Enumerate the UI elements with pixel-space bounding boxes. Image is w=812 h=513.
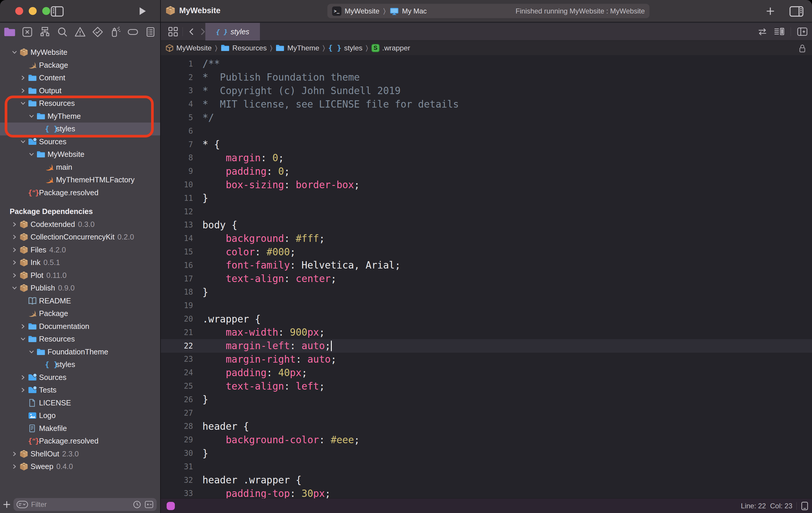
zoom-window-button[interactable]: [42, 7, 50, 15]
sidebar-item-sweep[interactable]: Sweep0.4.0: [0, 460, 160, 473]
sidebar-item-plot[interactable]: Plot0.11.0: [0, 269, 160, 282]
toggle-sidebar-icon[interactable]: [51, 6, 64, 17]
code-line-10[interactable]: 10 box-sizing: border-box;: [161, 178, 812, 191]
add-item-button[interactable]: [0, 500, 13, 509]
filter-scope-icon[interactable]: [144, 500, 154, 509]
sidebar-item-collectionconcurrencykit[interactable]: CollectionConcurrencyKit0.2.0: [0, 231, 160, 244]
chevron-right-icon[interactable]: [18, 75, 28, 81]
code-line-1[interactable]: 1/**: [161, 57, 812, 71]
chevron-down-icon[interactable]: [18, 100, 28, 107]
scheme-name[interactable]: MyWebsite: [345, 7, 379, 15]
tab-overview-icon[interactable]: [168, 26, 178, 37]
filter-menu-icon[interactable]: [17, 501, 28, 508]
minimize-window-button[interactable]: [29, 7, 37, 15]
code-line-29[interactable]: 29 background-color: #eee;: [161, 433, 812, 447]
sidebar-item-foundationtheme[interactable]: FoundationTheme: [0, 345, 160, 359]
sidebar-item-readme[interactable]: README: [0, 295, 160, 307]
code-line-5[interactable]: 5*/: [161, 111, 812, 124]
code-line-26[interactable]: 26}: [161, 393, 812, 406]
sidebar-item-ink[interactable]: Ink0.5.1: [0, 256, 160, 269]
sidebar-item-mywebsite[interactable]: MyWebsite: [0, 148, 160, 161]
code-line-23[interactable]: 23 margin-right: auto;: [161, 353, 812, 366]
chevron-right-icon[interactable]: [18, 374, 28, 381]
sidebar-item-resources[interactable]: Resources: [0, 333, 160, 345]
chevron-right-icon[interactable]: [10, 247, 19, 253]
sidebar-item-styles[interactable]: { }styles: [0, 123, 160, 135]
code-line-24[interactable]: 24 padding: 40px;: [161, 366, 812, 379]
code-line-12[interactable]: 12: [161, 205, 812, 218]
sidebar-item-sources[interactable]: Sources: [0, 135, 160, 148]
sidebar-item-publish[interactable]: Publish0.9.0: [0, 282, 160, 295]
sidebar-item-logo[interactable]: Logo: [0, 409, 160, 422]
run-destination[interactable]: My Mac: [402, 7, 427, 15]
project-navigator-icon[interactable]: [3, 26, 16, 38]
device-icon[interactable]: [801, 501, 809, 511]
code-line-2[interactable]: 2* Publish Foundation theme: [161, 71, 812, 84]
chevron-down-icon[interactable]: [10, 285, 19, 291]
code-line-21[interactable]: 21 max-width: 900px;: [161, 326, 812, 339]
code-line-31[interactable]: 31: [161, 460, 812, 474]
breakpoint-tag[interactable]: [167, 502, 175, 510]
source-editor[interactable]: 1/**2* Publish Foundation theme3* Copyri…: [161, 55, 812, 499]
editor-layout-icon[interactable]: [789, 6, 804, 17]
code-line-16[interactable]: 16 font-family: Helvetica, Arial;: [161, 259, 812, 272]
filter-input[interactable]: Filter: [13, 498, 157, 511]
code-line-11[interactable]: 11}: [161, 191, 812, 205]
breakpoint-navigator-icon[interactable]: [127, 26, 139, 38]
sidebar-item-documentation[interactable]: Documentation: [0, 320, 160, 333]
chevron-right-icon[interactable]: [10, 272, 19, 278]
chevron-down-icon[interactable]: [10, 49, 19, 55]
test-navigator-icon[interactable]: [91, 26, 104, 38]
sidebar-item-files[interactable]: Files4.2.0: [0, 244, 160, 256]
report-navigator-icon[interactable]: [144, 26, 157, 38]
code-line-9[interactable]: 9 padding: 0;: [161, 164, 812, 178]
breadcrumb-item--wrapper[interactable]: S.wrapper: [371, 44, 410, 52]
chevron-right-icon[interactable]: [10, 234, 19, 240]
sidebar-item-codextended[interactable]: Codextended0.3.0: [0, 218, 160, 231]
close-window-button[interactable]: [15, 7, 23, 15]
code-line-20[interactable]: 20.wrapper {: [161, 312, 812, 326]
sidebar-item-styles[interactable]: { }styles: [0, 358, 160, 371]
sidebar-item-tests[interactable]: Tests: [0, 384, 160, 397]
code-line-19[interactable]: 19: [161, 299, 812, 312]
sidebar-item-resources[interactable]: Resources: [0, 97, 160, 110]
code-line-3[interactable]: 3* Copyright (c) John Sundell 2019: [161, 84, 812, 98]
adjust-editor-options-icon[interactable]: [774, 27, 785, 37]
sidebar-item-package[interactable]: Package: [0, 307, 160, 320]
chevron-right-icon[interactable]: [10, 221, 19, 228]
go-back-icon[interactable]: [187, 27, 196, 36]
chevron-right-icon[interactable]: [10, 260, 19, 266]
sidebar-item-content[interactable]: Content: [0, 71, 160, 84]
sidebar-item-mytheme[interactable]: MyTheme: [0, 110, 160, 123]
sidebar-item-license[interactable]: LICENSE: [0, 397, 160, 410]
code-line-17[interactable]: 17 text-align: center;: [161, 272, 812, 285]
tab-styles[interactable]: { } styles: [205, 23, 260, 40]
chevron-down-icon[interactable]: [27, 113, 36, 119]
sidebar-item-sources[interactable]: Sources: [0, 371, 160, 384]
code-line-22[interactable]: 22 margin-left: auto;: [161, 339, 812, 353]
code-line-13[interactable]: 13body {: [161, 218, 812, 232]
run-button[interactable]: [139, 6, 147, 16]
chevron-down-icon[interactable]: [27, 151, 36, 157]
chevron-right-icon[interactable]: [18, 387, 28, 393]
sidebar-item-package[interactable]: Package: [0, 59, 160, 72]
code-line-25[interactable]: 25 text-align: left;: [161, 379, 812, 393]
sidebar-item-package-resolved[interactable]: {“}Package.resolved: [0, 435, 160, 448]
sidebar-item-mywebsite[interactable]: MyWebsite: [0, 46, 160, 59]
code-line-15[interactable]: 15 color: #000;: [161, 245, 812, 259]
code-line-6[interactable]: 6: [161, 124, 812, 138]
recents-clock-icon[interactable]: [133, 500, 141, 509]
code-line-27[interactable]: 27: [161, 406, 812, 420]
code-line-32[interactable]: 32header .wrapper {: [161, 474, 812, 487]
sidebar-item-mythemehtmlfactory[interactable]: MyThemeHTMLFactory: [0, 174, 160, 186]
code-review-icon[interactable]: [757, 27, 768, 37]
symbol-navigator-icon[interactable]: [39, 26, 51, 38]
source-control-navigator-icon[interactable]: [21, 26, 33, 38]
add-editor-icon[interactable]: [797, 27, 808, 37]
chevron-right-icon[interactable]: [10, 451, 19, 457]
code-line-28[interactable]: 28header {: [161, 420, 812, 433]
code-line-18[interactable]: 18}: [161, 285, 812, 299]
code-line-30[interactable]: 30}: [161, 447, 812, 460]
sidebar-item-output[interactable]: Output: [0, 84, 160, 97]
breadcrumb-item-mytheme[interactable]: MyTheme: [276, 43, 319, 53]
